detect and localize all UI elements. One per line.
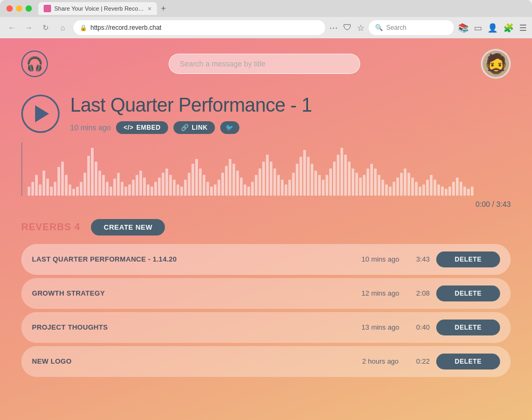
active-tab[interactable]: Share Your Voice | Reverb Reco… ✕: [38, 2, 157, 15]
reverb-item[interactable]: PROJECT THOUGHTS 13 mins ago 0:40 DELETE: [21, 312, 511, 343]
reverb-duration: 2:08: [410, 289, 436, 297]
refresh-button[interactable]: ↻: [39, 21, 52, 34]
waveform-bar: [348, 162, 351, 196]
waveform-bar: [408, 173, 410, 196]
waveform-bar: [54, 182, 56, 196]
waveform-bar: [236, 171, 239, 196]
waveform-bar: [143, 178, 146, 196]
waveform-bar: [370, 164, 373, 196]
waveform-bar: [69, 184, 71, 196]
link-button[interactable]: 🔗 LINK: [173, 121, 215, 134]
waveform-bar: [266, 155, 269, 196]
waveform-bar: [359, 178, 362, 196]
maximize-traffic-light[interactable]: [26, 5, 32, 12]
menu-icon[interactable]: ☰: [519, 23, 527, 33]
waveform-bar: [385, 184, 388, 196]
waveform-bar: [460, 182, 462, 196]
shield-icon[interactable]: 🛡: [343, 23, 352, 32]
delete-button[interactable]: DELETE: [436, 285, 500, 301]
embed-button[interactable]: </> EMBED: [116, 121, 168, 134]
delete-button[interactable]: DELETE: [436, 354, 500, 369]
search-input[interactable]: [180, 60, 349, 68]
reverb-item[interactable]: LAST QUARTER PERFORMANCE - 1.14.20 10 mi…: [21, 244, 511, 275]
waveform-bar: [169, 175, 172, 196]
bookmarks-icon[interactable]: 📚: [458, 23, 469, 33]
create-new-button[interactable]: CREATE NEW: [91, 219, 165, 236]
twitter-icon: 🐦: [226, 124, 234, 131]
reverbs-title: REVERBS 4: [21, 222, 80, 233]
waveform-bar: [244, 184, 246, 196]
waveform-bar: [437, 184, 440, 196]
reverb-name: PROJECT THOUGHTS: [32, 323, 351, 331]
new-tab-button[interactable]: +: [159, 4, 168, 13]
url-bar[interactable]: 🔒 https://record.reverb.chat: [73, 20, 325, 35]
browser-search-bar[interactable]: 🔍 Search: [369, 20, 454, 35]
waveform-bar: [35, 175, 38, 196]
toolbar-icons: ⋯ 🛡 ☆: [329, 23, 364, 33]
home-button[interactable]: ⌂: [56, 21, 69, 34]
waveform-bar: [467, 189, 470, 196]
waveform-bar: [154, 182, 157, 196]
waveform-bar: [206, 182, 209, 196]
waveform-bar: [124, 187, 127, 196]
waveform-bar: [188, 173, 190, 196]
waveform-bar: [374, 169, 377, 196]
browser-search-label: Search: [386, 24, 406, 31]
waveform-bar: [173, 180, 176, 196]
waveform-bar: [430, 175, 433, 196]
waveform-bar: [434, 180, 436, 196]
waveform-bar: [113, 179, 116, 196]
waveform-bar: [389, 187, 392, 196]
extensions-icon[interactable]: ⋯: [329, 23, 338, 33]
reverb-item[interactable]: NEW LOGO 2 hours ago 0:22 DELETE: [21, 346, 511, 377]
reverb-duration: 3:43: [410, 255, 436, 263]
delete-button[interactable]: DELETE: [436, 320, 500, 335]
player-meta: 10 mins ago </> EMBED 🔗 LINK 🐦: [70, 121, 511, 134]
forward-button[interactable]: →: [22, 21, 35, 34]
waveform-bar: [448, 187, 451, 196]
waveform-bar: [288, 180, 291, 196]
waveform-container[interactable]: [21, 142, 511, 196]
waveform-bar: [180, 187, 183, 196]
play-button[interactable]: [21, 95, 60, 133]
reverb-duration: 0:40: [410, 323, 436, 331]
minimize-traffic-light[interactable]: [16, 5, 22, 12]
waveform-bar: [322, 180, 325, 196]
bookmark-icon[interactable]: ☆: [357, 23, 364, 33]
waveform-bar: [411, 178, 414, 196]
waveform-bar: [404, 169, 406, 196]
waveform-bar: [177, 184, 179, 196]
waveform-bar: [273, 169, 276, 196]
logo: 🎧: [21, 51, 48, 77]
waveform-bar: [57, 167, 60, 196]
profile-icon[interactable]: 👤: [487, 23, 498, 33]
waveform-bar: [270, 162, 272, 196]
waveform-bar: [95, 162, 97, 196]
waveform-bar: [210, 187, 213, 196]
play-icon: [35, 105, 49, 122]
waveform-bar: [117, 173, 120, 196]
reverb-item[interactable]: GROWTH STRATEGY 12 mins ago 2:08 DELETE: [21, 278, 511, 309]
waveform-bar: [65, 175, 68, 196]
search-bar[interactable]: [169, 54, 360, 74]
waveform-bar: [214, 184, 217, 196]
tab-close-button[interactable]: ✕: [147, 6, 152, 12]
app-header: 🎧 🧔: [21, 49, 511, 79]
waveform-bar: [158, 178, 161, 196]
twitter-button[interactable]: 🐦: [220, 121, 239, 134]
waveform-bar: [381, 180, 384, 196]
waveform-bar: [139, 171, 142, 196]
waveform-bar: [247, 187, 250, 196]
close-traffic-light[interactable]: [6, 5, 13, 12]
waveform-bar: [184, 180, 187, 196]
reader-icon[interactable]: ▭: [474, 23, 482, 33]
delete-button[interactable]: DELETE: [436, 251, 500, 267]
back-button[interactable]: ←: [5, 21, 18, 34]
waveform-bar: [50, 187, 53, 196]
title-bar: Share Your Voice | Reverb Reco… ✕ +: [0, 0, 532, 17]
waveform-bar: [232, 164, 235, 196]
waveform-bar: [46, 179, 49, 196]
extensions-icon2[interactable]: 🧩: [503, 23, 514, 33]
waveform-bar: [262, 162, 265, 196]
avatar[interactable]: 🧔: [481, 49, 511, 79]
